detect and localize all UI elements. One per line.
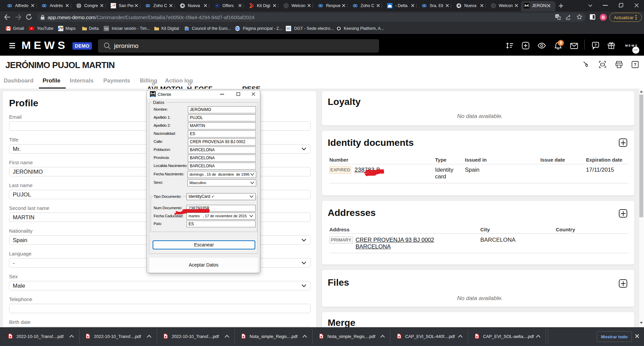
svg-text:DELTA: DELTA (151, 96, 155, 97)
svg-text:?: ? (634, 62, 637, 67)
svg-text:文: 文 (558, 17, 560, 19)
svg-text:DGT: DGT (286, 27, 290, 29)
svg-text:?: ? (594, 43, 597, 47)
svg-text:TM: TM (104, 27, 108, 31)
